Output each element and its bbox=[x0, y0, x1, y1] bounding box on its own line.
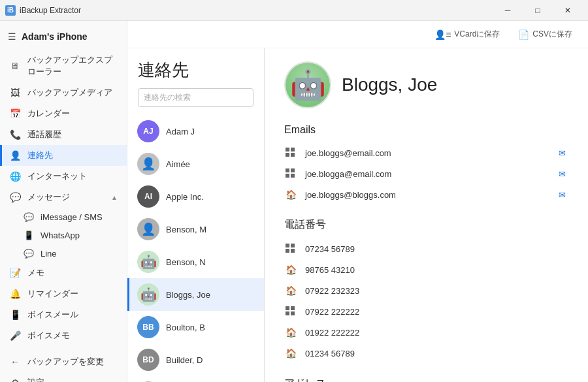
emails-title: Emails bbox=[284, 124, 568, 136]
main-content: 👤≡ VCardに保存 📄 CSVに保存 連絡先 連絡先の検索 AJ Adam … bbox=[127, 21, 588, 382]
svg-rect-5 bbox=[291, 168, 295, 172]
sidebar-item-change-backup[interactable]: ← バックアップを変更 bbox=[0, 351, 127, 372]
settings-icon: ⚙ bbox=[9, 377, 21, 382]
vcard-save-button[interactable]: 👤≡ VCardに保存 bbox=[429, 26, 505, 42]
contact-item-bloggs-joe[interactable]: 🤖 Bloggs, Joe bbox=[127, 278, 264, 311]
contact-item-aimee[interactable]: 👤 Aimée bbox=[127, 148, 264, 180]
messages-submenu: 💬 iMessage / SMS 📱 WhatsApp 💬 Line bbox=[0, 208, 127, 263]
app-icon: iB bbox=[5, 5, 16, 16]
sidebar-item-internet[interactable]: 🌐 インターネット bbox=[0, 166, 127, 187]
contact-item-benson-m[interactable]: 👤 Benson, M bbox=[127, 213, 264, 246]
svg-rect-11 bbox=[291, 249, 295, 253]
main-topbar: 👤≡ VCardに保存 📄 CSVに保存 bbox=[127, 21, 588, 48]
sidebar-item-contacts[interactable]: 👤 連絡先 bbox=[0, 145, 127, 166]
email-send-button-3[interactable]: ✉ bbox=[555, 188, 568, 201]
contacts-icon: 👤 bbox=[9, 150, 21, 161]
grid-icon bbox=[284, 146, 297, 159]
svg-rect-4 bbox=[286, 168, 289, 172]
backup-media-icon: 🖼 bbox=[9, 87, 21, 99]
address-title: アドレス bbox=[284, 377, 568, 382]
svg-rect-2 bbox=[286, 153, 289, 157]
maximize-button[interactable]: □ bbox=[523, 0, 553, 21]
address-section: アドレス 🏠 01 Blog Street Joetown , Bloggery… bbox=[284, 377, 568, 382]
home-icon: 🏠 bbox=[284, 347, 297, 360]
contact-item-apple-inc[interactable]: AI Apple Inc. bbox=[127, 180, 264, 213]
sidebar-item-label: リマインダー bbox=[27, 288, 118, 300]
contact-item-benson-n[interactable]: 🤖 Benson, N bbox=[127, 246, 264, 278]
sidebar-item-label: ボイスメモ bbox=[27, 330, 118, 342]
subitem-label: Line bbox=[41, 249, 57, 259]
sidebar-subitem-line[interactable]: 💬 Line bbox=[0, 244, 127, 263]
phone-row-5: 🏠 01922 222222 bbox=[284, 322, 568, 343]
csv-icon: 📄 bbox=[518, 29, 529, 40]
svg-rect-1 bbox=[291, 148, 295, 151]
sidebar-header: ☰ Adam's iPhone bbox=[0, 26, 127, 50]
home-icon: 🏠 bbox=[284, 284, 297, 297]
grid-icon bbox=[284, 242, 297, 255]
backup-explorer-icon: 🖥 bbox=[9, 60, 21, 72]
sidebar-item-voicemail[interactable]: 📱 ボイスメール bbox=[0, 304, 127, 325]
csv-save-button[interactable]: 📄 CSVに保存 bbox=[513, 26, 578, 42]
email-row-3: 🏠 joe.bloggs@bloggs.com ✉ bbox=[284, 184, 568, 205]
contact-item-boulton-b[interactable]: BB Boulton, B bbox=[127, 311, 264, 343]
contact-name: Benson, N bbox=[166, 257, 206, 267]
phones-title: 電話番号 bbox=[284, 218, 568, 232]
reminders-icon: 🔔 bbox=[9, 288, 21, 300]
contact-avatar: AI bbox=[137, 185, 159, 208]
app-title: iBackup Extractor bbox=[20, 6, 81, 15]
svg-rect-14 bbox=[286, 311, 289, 315]
contact-list: AJ Adam J 👤 Aimée AI Apple Inc. 👤 Benson… bbox=[127, 115, 264, 382]
email-value-3: joe.bloggs@bloggs.com bbox=[305, 190, 547, 200]
sidebar-item-label: 連絡先 bbox=[27, 150, 118, 161]
contact-name: Bloggs, Joe bbox=[166, 290, 210, 300]
contact-item-adam-j[interactable]: AJ Adam J bbox=[127, 115, 264, 148]
contact-name: Benson, M bbox=[166, 225, 206, 234]
phone-value-3: 07922 232323 bbox=[305, 286, 568, 296]
phone-value-2: 98765 43210 bbox=[305, 265, 568, 275]
svg-rect-15 bbox=[291, 311, 295, 315]
sidebar-item-voice-memo[interactable]: 🎤 ボイスメモ bbox=[0, 325, 127, 346]
svg-rect-3 bbox=[291, 153, 295, 157]
detail-panel: 🤖 Bloggs, Joe Emails joe.bloggs@email.co… bbox=[265, 48, 588, 382]
email-row-2: joe.blogga@email.com ✉ bbox=[284, 163, 568, 184]
grid-icon bbox=[284, 305, 297, 318]
sidebar-item-label: インターネット bbox=[27, 170, 118, 182]
close-button[interactable]: ✕ bbox=[553, 0, 583, 21]
sidebar-item-label: ボイスメール bbox=[27, 309, 118, 321]
svg-rect-8 bbox=[286, 244, 289, 247]
contact-detail-name: Bloggs, Joe bbox=[342, 74, 437, 95]
contact-search-box[interactable]: 連絡先の検索 bbox=[138, 88, 253, 107]
csv-label: CSVに保存 bbox=[532, 29, 572, 40]
sidebar-item-call-history[interactable]: 📞 通話履歴 bbox=[0, 124, 127, 145]
phone-value-1: 07234 56789 bbox=[305, 244, 568, 254]
sidebar-item-backup-media[interactable]: 🖼 バックアップメディア bbox=[0, 82, 127, 103]
line-icon: 💬 bbox=[24, 248, 34, 259]
grid-icon bbox=[284, 167, 297, 180]
email-value-1: joe.bloggs@email.com bbox=[305, 148, 547, 158]
main-content-area: 連絡先 連絡先の検索 AJ Adam J 👤 Aimée AI Apple In… bbox=[127, 48, 588, 382]
call-history-icon: 📞 bbox=[9, 129, 21, 140]
minimize-button[interactable]: ─ bbox=[493, 0, 523, 21]
email-send-button-2[interactable]: ✉ bbox=[555, 167, 568, 180]
sidebar-item-memo[interactable]: 📝 メモ bbox=[0, 263, 127, 283]
menu-icon: ☰ bbox=[8, 31, 16, 42]
contact-item-burford-j[interactable]: BJ Burford, J bbox=[127, 376, 264, 382]
contact-avatar: 🤖 bbox=[137, 251, 159, 273]
sidebar-item-reminders[interactable]: 🔔 リマインダー bbox=[0, 283, 127, 304]
sidebar-item-label: 通話履歴 bbox=[27, 129, 118, 140]
sidebar-item-settings[interactable]: ⚙ 設定 bbox=[0, 372, 127, 382]
phone-row-3: 🏠 07922 232323 bbox=[284, 280, 568, 301]
svg-rect-6 bbox=[286, 174, 289, 178]
sidebar-item-backup-explorer[interactable]: 🖥 バックアップエクスプローラー bbox=[0, 50, 127, 82]
sidebar-item-calendar[interactable]: 📅 カレンダー bbox=[0, 103, 127, 124]
phone-row-4: 07922 222222 bbox=[284, 301, 568, 322]
imessage-icon: 💬 bbox=[24, 212, 34, 222]
email-send-button-1[interactable]: ✉ bbox=[555, 146, 568, 159]
change-backup-icon: ← bbox=[9, 356, 21, 368]
emails-section: Emails joe.bloggs@email.com ✉ joe.blogga… bbox=[284, 124, 568, 205]
sidebar-subitem-imessage[interactable]: 💬 iMessage / SMS bbox=[0, 208, 127, 226]
contact-item-builder-d[interactable]: BD Builder, D bbox=[127, 343, 264, 376]
contact-name: Boulton, B bbox=[166, 323, 205, 332]
sidebar-item-messages[interactable]: 💬 メッセージ ▲ bbox=[0, 187, 127, 208]
sidebar-subitem-whatsapp[interactable]: 📱 WhatsApp bbox=[0, 226, 127, 244]
